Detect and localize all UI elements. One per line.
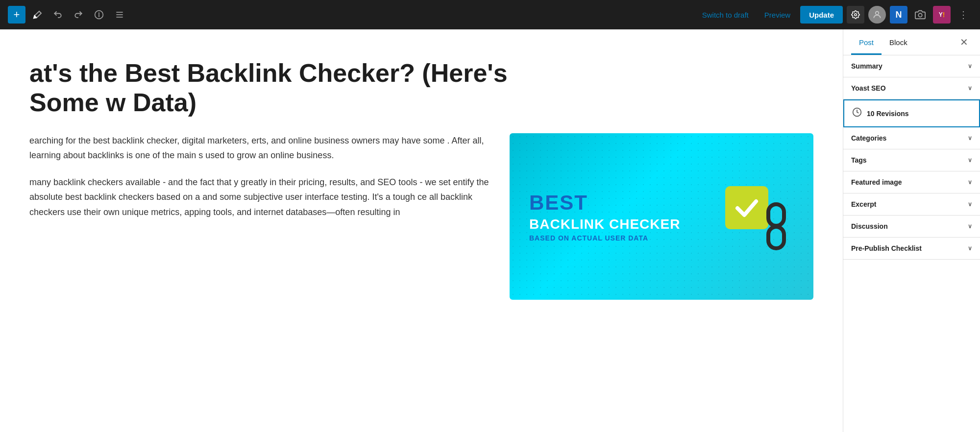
excerpt-label: Excerpt (851, 200, 968, 208)
clock-icon (852, 107, 862, 120)
main-area: at's the Best Backlink Checker? (Here's … (0, 29, 980, 432)
featured-image-label: Featured image (851, 178, 968, 186)
sidebar-content: Summary ∨ Yoast SEO ∨ (843, 55, 980, 432)
section-revisions: 10 Revisions (843, 99, 980, 127)
section-pre-publish-header[interactable]: Pre-Publish Checklist ∨ (843, 238, 980, 259)
post-text: earching for the best backlink checker, … (29, 133, 490, 232)
tags-label: Tags (851, 156, 968, 164)
section-categories-header[interactable]: Categories ∨ (843, 127, 980, 149)
section-featured-image-header[interactable]: Featured image ∨ (843, 171, 980, 193)
toolbar: + (0, 0, 980, 29)
section-pre-publish: Pre-Publish Checklist ∨ (843, 238, 980, 260)
section-yoast-header[interactable]: Yoast SEO ∨ (843, 77, 980, 99)
section-tags-header[interactable]: Tags ∨ (843, 149, 980, 171)
avatar[interactable] (868, 6, 886, 24)
featured-image-chevron: ∨ (968, 179, 972, 186)
section-discussion-header[interactable]: Discussion ∨ (843, 216, 980, 237)
image-inner: BEST BACKLINK CHECKER BASED ON ACTUAL US… (510, 133, 813, 300)
section-summary-header[interactable]: Summary ∨ (843, 55, 980, 77)
svg-rect-10 (768, 227, 784, 248)
discussion-label: Discussion (851, 222, 968, 230)
svg-point-7 (876, 11, 879, 15)
post-content-row: earching for the best backlink checker, … (29, 133, 813, 300)
settings-button[interactable] (847, 6, 864, 24)
section-yoast: Yoast SEO ∨ (843, 77, 980, 99)
image-icon (725, 182, 794, 251)
section-discussion: Discussion ∨ (843, 216, 980, 238)
redo-button[interactable] (70, 6, 87, 24)
discussion-chevron: ∨ (968, 223, 972, 230)
yoast-chevron: ∨ (968, 85, 972, 92)
yoast-badge[interactable]: Y! (933, 6, 951, 24)
section-tags: Tags ∨ (843, 149, 980, 171)
info-button[interactable] (90, 6, 108, 24)
excerpt-chevron: ∨ (968, 201, 972, 208)
section-featured-image: Featured image ∨ (843, 171, 980, 193)
switch-to-draft-button[interactable]: Switch to draft (696, 7, 755, 23)
svg-point-8 (918, 13, 922, 17)
tags-chevron: ∨ (968, 157, 972, 164)
yoast-label: Yoast SEO (851, 84, 968, 92)
summary-label: Summary (851, 62, 968, 70)
image-checker-label: BACKLINK CHECKER (529, 216, 680, 232)
toolbar-left: + (8, 6, 692, 24)
preview-button[interactable]: Preview (759, 7, 796, 23)
section-summary: Summary ∨ (843, 55, 980, 77)
edit-tool-button[interactable] (28, 6, 46, 24)
tab-block[interactable]: Block (882, 29, 915, 55)
section-revisions-header[interactable]: 10 Revisions (844, 100, 979, 126)
section-excerpt: Excerpt ∨ (843, 193, 980, 216)
close-sidebar-button[interactable]: ✕ (956, 29, 972, 55)
section-categories: Categories ∨ (843, 127, 980, 149)
paragraph-1: earching for the best backlink checker, … (29, 133, 490, 163)
svg-point-6 (855, 14, 857, 16)
pre-publish-label: Pre-Publish Checklist (851, 244, 968, 252)
paragraph-2: many backlink checkers available - and t… (29, 175, 490, 220)
revisions-label: 10 Revisions (867, 110, 909, 118)
image-text: BEST BACKLINK CHECKER BASED ON ACTUAL US… (529, 191, 680, 242)
tab-post[interactable]: Post (851, 29, 882, 55)
section-excerpt-header[interactable]: Excerpt ∨ (843, 193, 980, 215)
add-block-button[interactable]: + (8, 6, 25, 24)
update-button[interactable]: Update (800, 6, 843, 24)
undo-button[interactable] (49, 6, 67, 24)
svg-rect-9 (768, 204, 784, 226)
post-title: at's the Best Backlink Checker? (Here's … (29, 59, 568, 118)
sidebar: Post Block ✕ Summary ∨ Yoast SEO ∨ (843, 29, 980, 432)
list-view-button[interactable] (111, 6, 128, 24)
sidebar-tabs: Post Block ✕ (843, 29, 980, 55)
camera-icon[interactable] (911, 6, 929, 24)
categories-chevron: ∨ (968, 135, 972, 142)
pre-publish-chevron: ∨ (968, 245, 972, 252)
image-best-label: BEST (529, 191, 680, 215)
toolbar-right: Switch to draft Preview Update N Y! (696, 6, 972, 24)
editor[interactable]: at's the Best Backlink Checker? (Here's … (0, 29, 843, 432)
more-options-button[interactable]: ⋮ (955, 6, 972, 24)
categories-label: Categories (851, 134, 968, 142)
featured-image-block: BEST BACKLINK CHECKER BASED ON ACTUAL US… (510, 133, 813, 300)
image-sub-label: BASED ON ACTUAL USER DATA (529, 234, 680, 242)
summary-chevron: ∨ (968, 63, 972, 70)
n-badge[interactable]: N (890, 6, 907, 24)
